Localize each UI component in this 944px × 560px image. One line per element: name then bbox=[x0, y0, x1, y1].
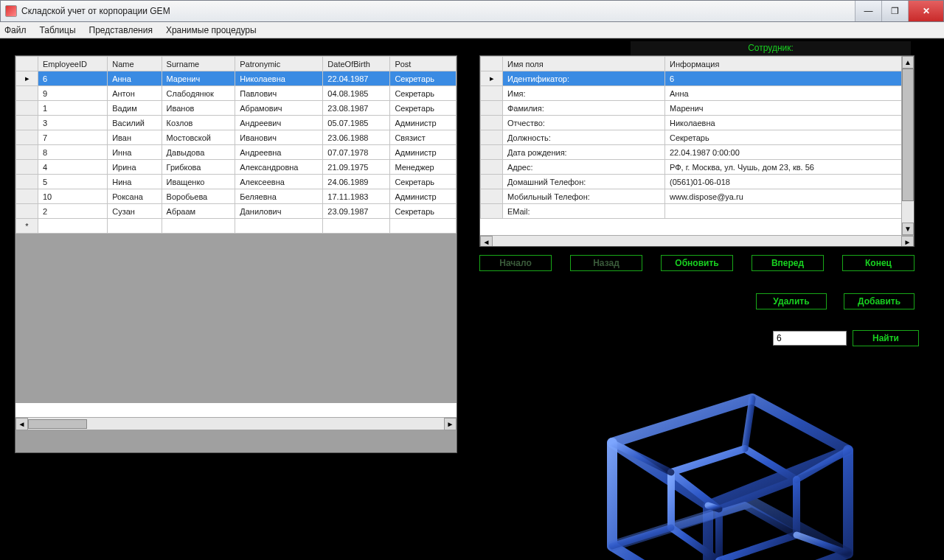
cell[interactable]: Ирина bbox=[108, 160, 162, 175]
scroll-right-icon[interactable]: ► bbox=[444, 418, 457, 430]
detail-row[interactable]: ▸Идентификатор:6 bbox=[481, 71, 914, 86]
field-value-cell[interactable]: 22.04.1987 0:00:00 bbox=[665, 145, 914, 160]
close-button[interactable]: ✕ bbox=[908, 1, 943, 21]
cell[interactable]: 22.04.1987 bbox=[323, 71, 390, 86]
table-row[interactable]: 5НинаИващенкоАлексеевна24.06.1989Секрета… bbox=[16, 175, 457, 189]
scroll-left-icon[interactable]: ◄ bbox=[15, 418, 28, 430]
table-row[interactable]: 9АнтонСлабодянюкПавлович04.08.1985Секрет… bbox=[16, 86, 457, 101]
cell[interactable]: Связист bbox=[390, 130, 457, 145]
cell[interactable]: Нина bbox=[108, 175, 162, 189]
cell[interactable]: Беляевна bbox=[235, 189, 323, 204]
cell[interactable]: Анна bbox=[108, 71, 162, 86]
minimize-button[interactable]: — bbox=[855, 1, 881, 21]
col-dob[interactable]: DateOfBirth bbox=[323, 57, 390, 71]
field-name-cell[interactable]: Должность: bbox=[503, 130, 665, 145]
cell[interactable]: Андреевич bbox=[235, 116, 323, 130]
field-value-cell[interactable]: www.dispose@ya.ru bbox=[665, 189, 914, 204]
cell[interactable]: 7 bbox=[38, 130, 108, 145]
table-row[interactable]: 3ВасилийКозловАндреевич05.07.1985Админис… bbox=[16, 116, 457, 130]
cell[interactable]: 8 bbox=[38, 145, 108, 160]
detail-row[interactable]: Отчество:Николаевна bbox=[481, 116, 914, 130]
cell[interactable]: Абраам bbox=[162, 204, 235, 219]
field-value-cell[interactable]: (0561)01-06-018 bbox=[665, 175, 914, 189]
employees-grid[interactable]: EmployeeID Name Surname Patronymic DateO… bbox=[15, 56, 457, 417]
cell[interactable]: Давыдова bbox=[162, 145, 235, 160]
cell[interactable]: Секретарь bbox=[390, 101, 457, 116]
cell[interactable]: Маренич bbox=[162, 71, 235, 86]
col-fieldinfo[interactable]: Информация bbox=[665, 57, 914, 71]
cell[interactable]: Администр bbox=[390, 116, 457, 130]
field-value-cell[interactable]: Маренич bbox=[665, 101, 914, 116]
detail-row[interactable]: Адрес:РФ, г. Москва, ул. Чушь, дом 23, к… bbox=[481, 160, 914, 175]
table-row[interactable]: 2СузанАбраамДанилович23.09.1987Секретарь bbox=[16, 204, 457, 219]
nav-refresh-button[interactable]: Обновить bbox=[661, 255, 733, 271]
cell[interactable]: 24.06.1989 bbox=[323, 175, 390, 189]
cell[interactable]: Слабодянюк bbox=[162, 86, 235, 101]
cell[interactable]: Антон bbox=[108, 86, 162, 101]
menu-tables[interactable]: Таблицы bbox=[40, 25, 76, 35]
cell[interactable]: Роксана bbox=[108, 189, 162, 204]
cell[interactable]: 23.06.1988 bbox=[323, 130, 390, 145]
field-name-cell[interactable]: Имя: bbox=[503, 86, 665, 101]
cell[interactable]: Алексеевна bbox=[235, 175, 323, 189]
vscroll-thumb[interactable] bbox=[902, 69, 914, 201]
col-fieldname[interactable]: Имя поля bbox=[503, 57, 665, 71]
cell[interactable]: 23.08.1987 bbox=[323, 101, 390, 116]
cell[interactable]: Павлович bbox=[235, 86, 323, 101]
cell[interactable] bbox=[108, 219, 162, 234]
cell[interactable]: Секретарь bbox=[390, 86, 457, 101]
detail-row[interactable]: EMail: bbox=[481, 204, 914, 219]
detail-vscrollbar[interactable]: ▲ ▼ bbox=[901, 56, 914, 235]
search-button[interactable]: Найти bbox=[853, 330, 919, 346]
field-name-cell[interactable]: EMail: bbox=[503, 204, 665, 219]
cell[interactable] bbox=[162, 219, 235, 234]
employee-detail-grid[interactable]: Имя поля Информация ▸Идентификатор:6Имя:… bbox=[479, 55, 914, 247]
cell[interactable]: 04.08.1985 bbox=[323, 86, 390, 101]
field-value-cell[interactable] bbox=[665, 204, 914, 219]
field-name-cell[interactable]: Дата рождения: bbox=[503, 145, 665, 160]
cell[interactable]: Александровна bbox=[235, 160, 323, 175]
cell[interactable]: 6 bbox=[38, 71, 108, 86]
cell[interactable]: Вадим bbox=[108, 101, 162, 116]
cell[interactable]: Менеджер bbox=[390, 160, 457, 175]
field-name-cell[interactable]: Отчество: bbox=[503, 116, 665, 130]
table-row[interactable]: 1ВадимИвановАбрамович23.08.1987Секретарь bbox=[16, 101, 457, 116]
search-input[interactable] bbox=[773, 331, 847, 346]
detail-row[interactable]: Мобильный Телефон:www.dispose@ya.ru bbox=[481, 189, 914, 204]
add-button[interactable]: Добавить bbox=[844, 293, 914, 309]
new-row[interactable]: * bbox=[16, 219, 457, 234]
col-post[interactable]: Post bbox=[390, 57, 457, 71]
table-row[interactable]: 7ИванМостовскойИванович23.06.1988Связист bbox=[16, 130, 457, 145]
cell[interactable]: Данилович bbox=[235, 204, 323, 219]
scroll-up-icon[interactable]: ▲ bbox=[902, 56, 914, 69]
field-name-cell[interactable]: Мобильный Телефон: bbox=[503, 189, 665, 204]
cell[interactable]: 10 bbox=[38, 189, 108, 204]
cell[interactable]: Воробьева bbox=[162, 189, 235, 204]
detail-row[interactable]: Дата рождения:22.04.1987 0:00:00 bbox=[481, 145, 914, 160]
nav-next-button[interactable]: Вперед bbox=[752, 255, 824, 271]
cell[interactable]: 9 bbox=[38, 86, 108, 101]
grid-hscrollbar[interactable]: ◄ ► bbox=[15, 417, 457, 430]
detail-row[interactable]: Фамилия:Маренич bbox=[481, 101, 914, 116]
detail-hscrollbar[interactable]: ◄ ► bbox=[480, 235, 914, 247]
cell[interactable]: Сузан bbox=[108, 204, 162, 219]
cell[interactable]: Иващенко bbox=[162, 175, 235, 189]
cell[interactable]: Грибкова bbox=[162, 160, 235, 175]
menu-procs[interactable]: Хранимые процедуры bbox=[166, 25, 257, 35]
cell[interactable]: Секретарь bbox=[390, 71, 457, 86]
field-value-cell[interactable]: 6 bbox=[665, 71, 914, 86]
cell[interactable]: Козлов bbox=[162, 116, 235, 130]
menu-views[interactable]: Представления bbox=[89, 25, 153, 35]
cell[interactable]: Инна bbox=[108, 145, 162, 160]
nav-last-button[interactable]: Конец bbox=[842, 255, 914, 271]
field-value-cell[interactable]: Секретарь bbox=[665, 130, 914, 145]
cell[interactable]: Иванович bbox=[235, 130, 323, 145]
delete-button[interactable]: Удалить bbox=[756, 293, 827, 309]
cell[interactable]: 23.09.1987 bbox=[323, 204, 390, 219]
table-row[interactable]: ▸6АннаМареничНиколаевна22.04.1987Секрета… bbox=[16, 71, 457, 86]
field-value-cell[interactable]: Николаевна bbox=[665, 116, 914, 130]
scroll-right-icon[interactable]: ► bbox=[901, 236, 914, 247]
cell[interactable]: Василий bbox=[108, 116, 162, 130]
cell[interactable]: 07.07.1978 bbox=[323, 145, 390, 160]
cell[interactable] bbox=[323, 219, 390, 234]
